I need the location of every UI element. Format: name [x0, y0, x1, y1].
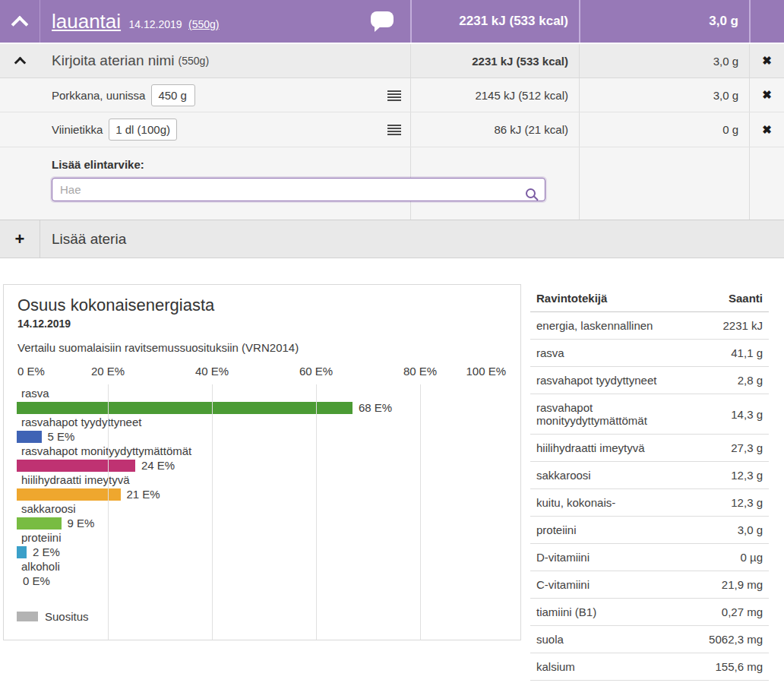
nutrient-row: sakkaroosi12,3 g [530, 462, 769, 489]
bar [17, 488, 121, 501]
energy-share-chart: Osuus kokonaisenergiasta 14.12.2019 Vert… [3, 284, 521, 640]
remove-food-button[interactable]: ✖ [762, 123, 772, 137]
day-header-spacer [749, 0, 784, 43]
food-menu-icon[interactable] [387, 125, 401, 135]
day-date: 14.12.2019 [129, 18, 182, 30]
nutrient-column-header: Ravintotekijä [530, 286, 703, 312]
bar [17, 546, 27, 558]
food-grams: 3,0 g [579, 78, 749, 112]
bar-category-label: rasva [17, 387, 520, 400]
nutrient-name: rauta [530, 681, 703, 686]
nutrient-name: sakkaroosi [530, 462, 703, 489]
nutrient-intake-panel: Ravintotekijä Saanti energia, laskennall… [530, 286, 769, 686]
food-menu-icon[interactable] [387, 90, 401, 101]
food-energy: 86 kJ (21 kcal) [410, 112, 579, 147]
nutrient-value: 21,9 mg [703, 571, 769, 599]
nutrient-row: energia, laskennallinen2231 kJ [530, 312, 769, 340]
nutrient-value: 41,1 g [703, 340, 769, 367]
bar-item: alkoholi0 E% [17, 560, 520, 589]
food-energy: 2145 kJ (512 kcal) [410, 78, 579, 112]
nutrient-name: rasvahapot tyydyttyneet [530, 367, 703, 394]
gridline [316, 384, 317, 640]
chevron-up-icon [14, 57, 27, 69]
food-row: Viinietikka 86 kJ (21 kcal) 0 g ✖ [0, 112, 784, 147]
meal-name-cell[interactable]: Kirjoita aterian nimi (550g) [40, 44, 410, 77]
axis-tick-label: 60 E% [299, 365, 333, 378]
search-icon[interactable] [526, 188, 536, 198]
bar-item: sakkaroosi9 E% [17, 502, 520, 531]
legend-recommendation-swatch [17, 612, 38, 621]
nutrient-name: rasva [530, 340, 703, 367]
meal-grams: 3,0 g [579, 44, 749, 77]
bar-value-label: 68 E% [359, 401, 392, 414]
axis-tick-label: 0 E% [17, 365, 45, 378]
bar-category-label: alkoholi [17, 560, 520, 573]
day-grams: 3,0 g [579, 0, 749, 43]
nutrient-name: C-vitamiini [530, 571, 703, 599]
bar-item: rasva68 E% [17, 387, 520, 416]
bar [17, 431, 42, 443]
food-row-spacer [0, 112, 40, 147]
bar-value-label: 2 E% [33, 545, 60, 558]
empty-cell [579, 147, 749, 220]
nutrient-value: 0,27 mg [703, 599, 769, 626]
food-grams: 0 g [579, 112, 749, 147]
nutrient-row: rasva41,1 g [530, 340, 769, 367]
nutrient-row: rasvahapot tyydyttyneet2,8 g [530, 367, 769, 394]
bar-category-label: hiilihydraatti imeytyvä [17, 473, 520, 486]
bar-value-label: 0 E% [23, 574, 50, 587]
chevron-up-icon [11, 15, 29, 33]
nutrient-row: kalsium155,6 mg [530, 653, 769, 681]
collapse-meal-button[interactable] [0, 44, 40, 77]
gridline [212, 384, 213, 640]
collapse-day-button[interactable] [0, 0, 40, 43]
food-name: Porkkana, uunissa [52, 89, 145, 102]
nutrient-name: kalsium [530, 653, 703, 681]
nutrient-name: D-vitamiini [530, 544, 703, 571]
nutrient-value: 3,0 g [703, 517, 769, 544]
nutrient-row: tiamiini (B1)0,27 mg [530, 599, 769, 626]
nutrient-name: kuitu, kokonais- [530, 489, 703, 517]
meal-diary: lauantai 14.12.2019 (550g) 2231 kJ (533 … [0, 0, 784, 686]
bar-item: hiilihydraatti imeytyvä21 E% [17, 473, 520, 502]
legend-recommendation-label: Suositus [45, 610, 89, 623]
add-food-row: Lisää elintarvike: [0, 147, 784, 220]
bar-category-label: rasvahapot monityydyttymättömät [17, 444, 520, 457]
axis-tick-label: 40 E% [195, 365, 229, 378]
day-title-link[interactable]: lauantai 14.12.2019 (550g) [52, 10, 220, 33]
intake-column-header: Saanti [703, 286, 769, 312]
food-amount-input[interactable] [151, 84, 195, 106]
bar-value-label: 9 E% [68, 517, 95, 530]
meal-name: Kirjoita aterian nimi [52, 52, 175, 69]
day-weight: (550g) [188, 18, 219, 30]
bar-value-label: 21 E% [127, 488, 160, 501]
axis-tick-label: 20 E% [91, 365, 125, 378]
food-amount-input[interactable] [109, 119, 177, 141]
meal-row: Kirjoita aterian nimi (550g) 2231 kJ (53… [0, 44, 784, 78]
bar [17, 517, 62, 530]
add-meal-row[interactable]: + Lisää ateria [0, 220, 784, 258]
remove-food-button[interactable]: ✖ [762, 88, 772, 102]
nutrient-value: 155,6 mg [703, 653, 769, 681]
nutrient-name: energia, laskennallinen [530, 312, 703, 340]
nutrient-row: kuitu, kokonais-12,3 g [530, 489, 769, 517]
nutrient-row: suola5062,3 mg [530, 626, 769, 653]
chart-date: 14.12.2019 [17, 318, 507, 330]
nutrient-table: Ravintotekijä Saanti energia, laskennall… [530, 286, 769, 686]
nutrient-value: 12,3 g [703, 462, 769, 489]
food-search-input[interactable] [52, 178, 545, 201]
chart-legend: Suositus [17, 610, 89, 623]
food-name: Viinietikka [52, 123, 103, 136]
bar-item: rasvahapot tyydyttyneet5 E% [17, 416, 520, 444]
nutrient-row: D-vitamiini0 µg [530, 544, 769, 571]
nutrient-value: 2,6 mg [703, 681, 769, 686]
bar-category-label: sakkaroosi [17, 502, 520, 515]
day-energy: 2231 kJ (533 kcal) [410, 0, 579, 43]
bar-value-label: 5 E% [48, 430, 75, 443]
bar [17, 402, 352, 414]
nutrient-value: 2231 kJ [703, 312, 769, 340]
nutrient-value: 2,8 g [703, 367, 769, 394]
nutrient-name: rasvahapot monityydyttymättömät [530, 394, 703, 435]
remove-meal-button[interactable]: ✖ [762, 54, 772, 68]
comment-bubble-icon[interactable] [371, 11, 394, 27]
